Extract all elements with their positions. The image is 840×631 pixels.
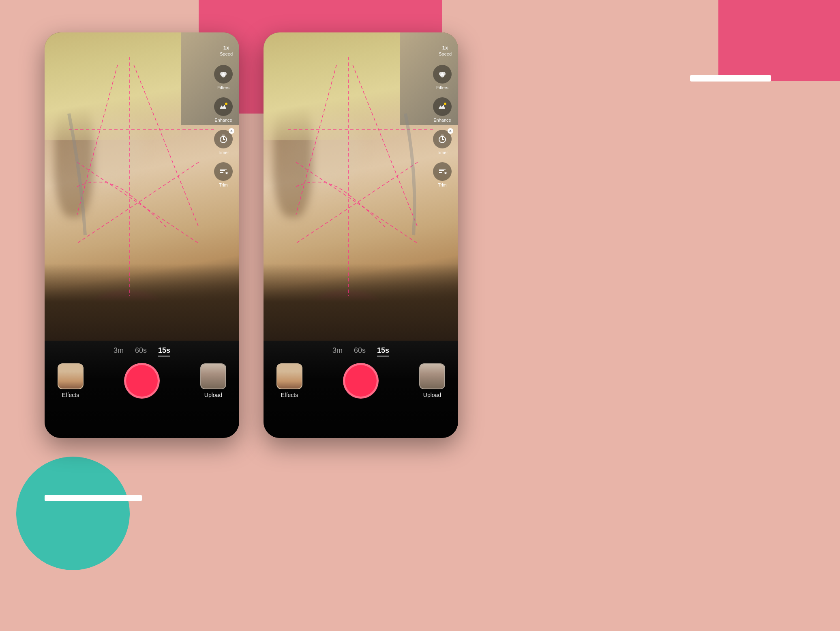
record-row-left: Effects Upload <box>45 363 239 399</box>
trim-icon-right <box>433 162 452 181</box>
record-button-left[interactable] <box>124 363 160 399</box>
upload-thumbnail-left <box>200 363 226 389</box>
controls-area-right: 3m 60s 15s Effects <box>264 341 458 438</box>
filters-item-left[interactable]: Filters <box>214 65 233 90</box>
face-guide-lines-left <box>45 32 239 341</box>
filters-icon-left <box>214 65 233 84</box>
svg-line-18 <box>296 65 336 215</box>
effects-label-right: Effects <box>281 392 298 398</box>
timer-wrapper-left: 3 <box>214 130 233 148</box>
timer-label-right: Timer <box>437 150 448 155</box>
right-icons-left: Filters Enhance <box>214 65 233 187</box>
speed-indicator-right: 1x Speed <box>439 45 452 56</box>
upload-thumbnail-inner-left <box>201 364 225 388</box>
phones-container: 1x Speed Filters <box>45 32 458 438</box>
timer-badge-right: 3 <box>448 128 453 134</box>
timer-item-right[interactable]: 3 Timer <box>433 130 452 155</box>
filters-icon-right <box>433 65 452 84</box>
duration-60s-right[interactable]: 60s <box>354 346 366 356</box>
duration-15s-left[interactable]: 15s <box>158 346 170 356</box>
duration-3m-right[interactable]: 3m <box>332 346 343 356</box>
duration-15s-right[interactable]: 15s <box>377 346 389 356</box>
speed-label-right: Speed <box>439 52 452 56</box>
effects-button-right[interactable]: Effects <box>276 363 302 398</box>
enhance-item-left[interactable]: Enhance <box>214 97 233 122</box>
enhance-label-right: Enhance <box>433 118 451 122</box>
enhance-icon-left <box>214 97 233 116</box>
teal-circle <box>16 457 130 570</box>
upload-label-right: Upload <box>423 392 441 398</box>
effects-thumbnail-right <box>276 363 302 389</box>
effects-thumbnail-left <box>58 363 84 389</box>
svg-line-19 <box>353 65 418 227</box>
speed-label-left: Speed <box>220 52 233 56</box>
timer-badge-left: 3 <box>229 128 234 134</box>
upload-thumbnail-inner-right <box>420 364 444 388</box>
svg-line-5 <box>77 162 199 243</box>
timer-item-left[interactable]: 3 Timer <box>214 130 233 155</box>
svg-point-8 <box>221 73 225 77</box>
face-guide-lines-right <box>264 32 458 341</box>
white-bar-bottom-left <box>45 495 142 501</box>
svg-point-24 <box>440 73 444 77</box>
pink-right-rectangle <box>718 0 840 81</box>
duration-60s-left[interactable]: 60s <box>135 346 147 356</box>
camera-view-right: 1x Speed Filters <box>264 32 458 341</box>
duration-row-right: 3m 60s 15s <box>264 341 458 356</box>
svg-line-3 <box>134 65 199 227</box>
right-icons-right: Filters Enhance <box>433 65 452 187</box>
timer-label-left: Timer <box>218 150 229 155</box>
svg-line-21 <box>296 162 418 243</box>
speed-value-left: 1x <box>223 45 229 51</box>
svg-point-25 <box>444 103 446 105</box>
svg-line-4 <box>77 162 199 243</box>
speed-indicator-left: 1x Speed <box>220 45 233 56</box>
trim-icon-left <box>214 162 233 181</box>
upload-button-left[interactable]: Upload <box>200 363 226 398</box>
filters-label-left: Filters <box>217 85 229 90</box>
phone-left: 1x Speed Filters <box>45 32 239 438</box>
upload-thumbnail-right <box>419 363 445 389</box>
timer-wrapper-right: 3 <box>433 130 452 148</box>
duration-3m-left[interactable]: 3m <box>114 346 124 356</box>
duration-row-left: 3m 60s 15s <box>45 341 239 356</box>
white-bar-top-right <box>690 75 771 82</box>
trim-label-right: Trim <box>438 182 447 187</box>
effects-button-left[interactable]: Effects <box>58 363 84 398</box>
trim-item-right[interactable]: Trim <box>433 162 452 187</box>
enhance-item-right[interactable]: Enhance <box>433 97 452 122</box>
effects-thumbnail-inner-right <box>277 364 302 388</box>
enhance-icon-right <box>433 97 452 116</box>
speed-value-right: 1x <box>442 45 448 51</box>
effects-label-left: Effects <box>62 392 79 398</box>
trim-item-left[interactable]: Trim <box>214 162 233 187</box>
record-button-right[interactable] <box>343 363 379 399</box>
filters-label-right: Filters <box>436 85 448 90</box>
enhance-label-left: Enhance <box>214 118 232 122</box>
effects-thumbnail-inner-left <box>58 364 83 388</box>
upload-label-left: Upload <box>204 392 222 398</box>
record-row-right: Effects Upload <box>264 363 458 399</box>
trim-label-left: Trim <box>219 182 228 187</box>
svg-point-9 <box>225 103 227 105</box>
phone-right: 1x Speed Filters <box>264 32 458 438</box>
svg-line-20 <box>296 162 418 243</box>
filters-item-right[interactable]: Filters <box>433 65 452 90</box>
svg-line-2 <box>77 65 118 215</box>
camera-view-left: 1x Speed Filters <box>45 32 239 341</box>
upload-button-right[interactable]: Upload <box>419 363 445 398</box>
controls-area-left: 3m 60s 15s Effects <box>45 341 239 438</box>
